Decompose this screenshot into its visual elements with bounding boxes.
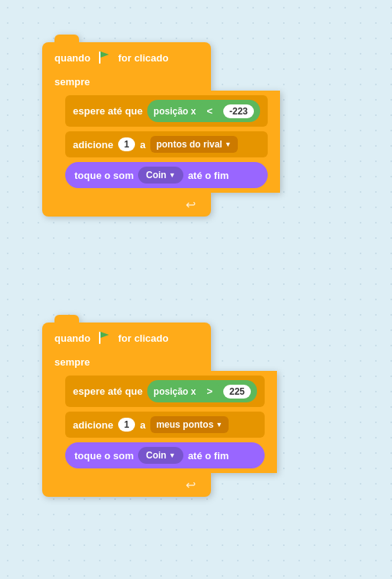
hat-bump-2 — [54, 315, 79, 324]
end-cap-1: ↩ — [42, 193, 211, 217]
adicione-a-label-1: a — [140, 139, 145, 151]
for-clicado-label-2: for clicado — [118, 333, 169, 344]
block-group-2: quando for clicado sempre espere até que… — [42, 323, 277, 497]
sound-arrow-1: ▼ — [169, 171, 176, 179]
condition-oval-2: posição x > 225 — [147, 380, 257, 402]
toque-label-1: toque o som — [74, 170, 133, 181]
espere-block-1: espere até que posição x < -223 — [65, 95, 268, 127]
adicione-block-1: adicione 1 a pontos do rival ▼ — [65, 131, 268, 157]
inner-content-2: espere até que posição x > 225 adicione … — [42, 371, 277, 473]
sempre-label-1: sempre — [42, 73, 211, 91]
posicao-x-label-2: posição x — [153, 386, 196, 397]
operator-2: > — [200, 383, 219, 399]
operator-1: < — [200, 103, 219, 119]
adicione-label-2: adicione — [73, 419, 114, 431]
svg-marker-3 — [100, 332, 109, 338]
end-cap-2: ↩ — [42, 473, 211, 497]
toque-block-2: toque o som Coin ▼ até o fim — [65, 442, 265, 468]
espere-label-1: espere até que — [73, 105, 143, 117]
coin-dropdown-2[interactable]: Coin ▼ — [138, 447, 183, 464]
quando-label-2: quando — [54, 333, 91, 344]
svg-rect-2 — [99, 332, 100, 344]
flag-icon-1 — [97, 50, 112, 65]
adicione-num-1[interactable]: 1 — [118, 137, 136, 151]
meus-pontos-dropdown-2[interactable]: meus pontos ▼ — [150, 416, 229, 433]
hat-bump-1 — [54, 35, 79, 44]
loop-arrow-2: ↩ — [186, 478, 196, 492]
flag-icon-2 — [97, 330, 112, 346]
coin-dropdown-1[interactable]: Coin ▼ — [138, 167, 183, 184]
quando-label-1: quando — [54, 52, 91, 64]
hat-block-2: quando for clicado — [42, 323, 211, 353]
adicione-label-1: adicione — [73, 139, 114, 151]
adicione-block-2: adicione 1 a meus pontos ▼ — [65, 412, 265, 438]
value-2[interactable]: 225 — [223, 385, 251, 399]
svg-rect-0 — [99, 51, 100, 64]
ate-o-fim-label-2: até o fim — [188, 450, 229, 462]
toque-block-1: toque o som Coin ▼ até o fim — [65, 162, 268, 188]
scratch-workspace: quando for clicado sempre espere até que… — [0, 0, 392, 579]
for-clicado-label-1: for clicado — [118, 52, 169, 64]
adicione-num-2[interactable]: 1 — [118, 418, 136, 432]
sempre-label-2: sempre — [42, 353, 211, 371]
block-group-1: quando for clicado sempre espere até que… — [42, 42, 280, 217]
sound-arrow-2: ▼ — [169, 452, 176, 459]
dropdown-arrow-2: ▼ — [216, 421, 222, 428]
value-1[interactable]: -223 — [223, 104, 254, 118]
condition-oval-1: posição x < -223 — [147, 100, 260, 122]
dropdown-arrow-1: ▼ — [225, 141, 232, 148]
pontos-rival-dropdown-1[interactable]: pontos do rival ▼ — [150, 136, 238, 153]
adicione-a-label-2: a — [140, 419, 145, 431]
espere-block-2: espere até que posição x > 225 — [65, 376, 265, 407]
ate-o-fim-label-1: até o fim — [188, 170, 229, 181]
loop-arrow-1: ↩ — [186, 197, 196, 212]
inner-content-1: espere até que posição x < -223 adicione… — [42, 91, 280, 193]
espere-label-2: espere até que — [73, 385, 143, 397]
posicao-x-label-1: posição x — [153, 106, 196, 117]
hat-block-1: quando for clicado — [42, 42, 211, 73]
svg-marker-1 — [100, 51, 109, 58]
toque-label-2: toque o som — [74, 450, 133, 462]
